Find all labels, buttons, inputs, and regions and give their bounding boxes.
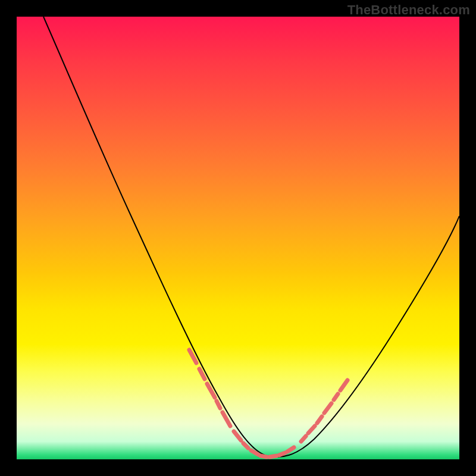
bottleneck-curve-svg <box>17 17 459 459</box>
accent-right <box>301 380 347 441</box>
black-frame: TheBottleneck.com <box>0 0 476 476</box>
bottleneck-curve <box>43 17 459 457</box>
plot-area <box>17 17 459 459</box>
accent-left <box>189 350 230 426</box>
watermark-text: TheBottleneck.com <box>347 2 470 18</box>
